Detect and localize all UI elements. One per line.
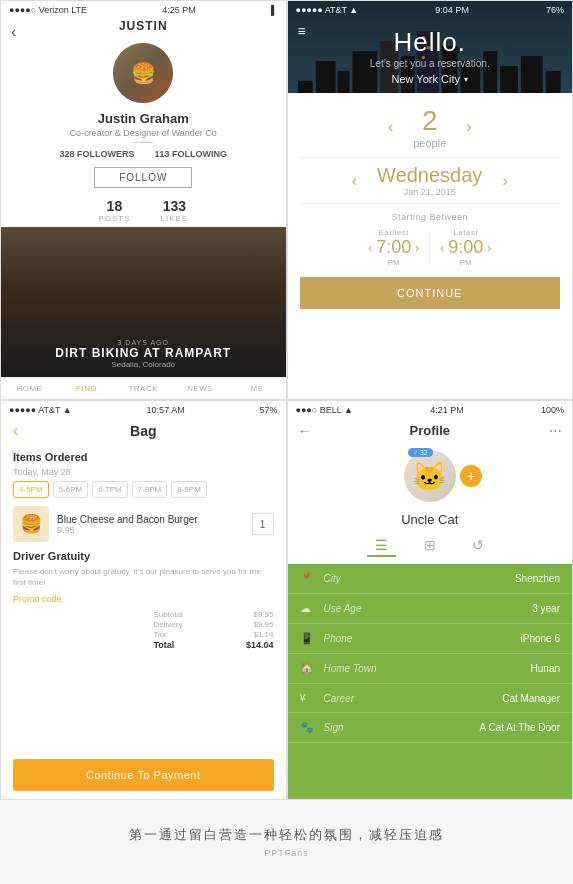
post-location: Sedalia, Colorado [55,360,231,369]
order-item-row: 🍔 Blue Cheese and Bacon Burger 9.95 1 [13,506,274,542]
date-next-button[interactable]: › [502,172,507,190]
date-selector: ‹ Wednesday Jan 21, 2015 › [300,157,561,204]
follow-button[interactable]: FOLLOW [94,167,192,188]
carrier-left: ●●●●○ Verizon LTE [9,5,87,15]
back-arrow-icon[interactable]: ‹ [11,23,16,41]
phone-value: iPhone 6 [521,633,560,644]
time-slot-4[interactable]: 7-8PM [132,481,168,498]
time-slot-3[interactable]: 6-7PM [92,481,128,498]
bag-back-button[interactable]: ‹ [13,422,18,440]
status-bar-left: ●●●●○ Verizon LTE 4:25 PM ▌ [1,1,286,19]
time-slot-1[interactable]: 4-5PM [13,481,49,498]
latest-prev-button[interactable]: ‹ [440,241,444,255]
bag-carrier: ●●●●● AT&T ▲ [9,405,72,415]
latest-next-button[interactable]: › [487,241,491,255]
cat-username: Uncle Cat [288,512,573,527]
cat-tab-list[interactable]: ☰ [367,535,396,557]
cat-time: 4:21 PM [430,405,464,415]
earliest-label: Earliest [378,228,409,237]
sign-info-item: 🐾 Sign A Cat At The Door [288,713,573,743]
cloud-icon: ☁ [300,602,316,615]
bag-screen: ●●●●● AT&T ▲ 10:57 AM 57% ‹ Bag Items Or… [0,400,287,800]
city-selector[interactable]: New York City ▾ [392,73,468,85]
bag-footer: Continue To Payment [1,751,286,799]
bag-battery: 57% [259,405,277,415]
add-photo-button[interactable]: + [460,465,482,487]
career-info-item: ¥ Career Cat Manager [288,684,573,713]
watermark: PPTFans [264,848,309,858]
quantity-box[interactable]: 1 [252,513,274,535]
total-row: Total $14.04 [154,640,274,650]
earliest-next-button[interactable]: › [415,241,419,255]
footer-chinese-text: 第一通过留白营造一种轻松的氛围，减轻压迫感 [129,826,444,844]
promo-code-link[interactable]: Promo code [13,594,274,604]
menu-icon[interactable]: ≡ [298,23,306,39]
reservation-screen: ●●●●● AT&T ▲ 9:04 PM 76% ≡ Hello. Let’s … [287,0,574,400]
more-options-icon[interactable]: ··· [549,422,562,440]
date-display: Wednesday Jan 21, 2015 [377,164,482,197]
profile-screen: ●●●●○ Verizon LTE 4:25 PM ▌ ‹ JUSTIN Jus… [0,0,287,400]
phone-icon: 📱 [300,632,316,645]
continue-button[interactable]: CONTINUE [300,277,561,309]
city-info-item: 📍 City Shenzhen [288,564,573,594]
time-divider [429,233,430,263]
footer: 第一通过留白营造一种轻松的氛围，减轻压迫感 PPTFans [0,800,573,884]
people-selector: ‹ 2 people › [388,105,472,149]
likes-count: 133 [160,198,188,214]
tax-value: $1.14 [253,630,273,639]
subtotal-value: $9.95 [253,610,273,619]
time-slots: 4-5PM 5-6PM 6-7PM 7-8PM 8-9PM [13,481,274,498]
order-totals: Subtotal $9.95 Delivery $9.95 Tax $1.14 … [13,610,274,650]
career-icon: ¥ [300,692,316,704]
bag-status-bar: ●●●●● AT&T ▲ 10:57 AM 57% [1,401,286,419]
post-title: DIRT BIKING AT RAMPART [55,346,231,360]
time-slot-5[interactable]: 8-9PM [171,481,207,498]
profile-username-title: JUSTIN [119,19,168,33]
tax-label: Tax [154,630,166,639]
tax-row: Tax $1.14 [154,630,274,639]
hometown-value: Hunan [531,663,560,674]
hometown-label: Home Town [324,663,531,674]
cat-back-button[interactable]: ← [298,423,312,439]
nav-me[interactable]: ME [229,378,286,399]
earliest-prev-button[interactable]: ‹ [368,241,372,255]
date-prev-button[interactable]: ‹ [352,172,357,190]
career-label: Career [324,693,503,704]
nav-track[interactable]: TRACK [115,378,172,399]
hello-text: Hello. [370,27,490,58]
delivery-value: $9.95 [253,620,273,629]
cat-tab-activity[interactable]: ↺ [464,535,492,557]
food-details: Blue Cheese and Bacon Burger 9.95 [57,514,244,535]
total-value: $14.04 [246,640,274,650]
phone-label: Phone [324,633,521,644]
post-thumbnail: 3 DAYS AGO DIRT BIKING AT RAMPART Sedali… [1,227,286,377]
cat-tab-gallery[interactable]: ⊞ [416,535,444,557]
people-increase-button[interactable]: › [466,118,471,136]
res-body: ‹ 2 people › ‹ Wednesday Jan 21, 2015 › … [288,93,573,399]
total-label: Total [154,640,175,650]
nav-news[interactable]: NEWS [172,378,229,399]
people-decrease-button[interactable]: ‹ [388,118,393,136]
user-bio: Co-creator & Designer of Wander Co [70,128,217,138]
time-slot-2[interactable]: 5-6PM [53,481,89,498]
uncle-cat-screen: ●●●○ BELL ▲ 4:21 PM 100% ← Profile ··· 🐱… [287,400,574,800]
cat-profile-title: Profile [410,423,450,438]
posts-stat: 18 POSTS [98,198,130,223]
bottom-nav: HOME FIND TRACK NEWS ME [1,377,286,399]
res-status-bar: ●●●●● AT&T ▲ 9:04 PM 76% [288,1,573,19]
food-icon: 🍔 [13,506,49,542]
location-icon: 📍 [300,572,316,585]
food-name: Blue Cheese and Bacon Burger [57,514,244,525]
res-time: 9:04 PM [435,5,469,15]
posts-count: 18 [98,198,130,214]
cat-status-bar: ●●●○ BELL ▲ 4:21 PM 100% [288,401,573,419]
posts-likes-stats: 18 POSTS 133 LIKES [98,198,188,223]
home-icon: 🏠 [300,662,316,675]
nav-home[interactable]: HOME [1,378,58,399]
nav-find[interactable]: FIND [58,378,115,399]
continue-payment-button[interactable]: Continue To Payment [13,759,274,791]
bag-title: Bag [130,423,156,439]
bag-time: 10:57 AM [147,405,185,415]
subtotal-row: Subtotal $9.95 [154,610,274,619]
bag-header: ‹ Bag [1,419,286,443]
